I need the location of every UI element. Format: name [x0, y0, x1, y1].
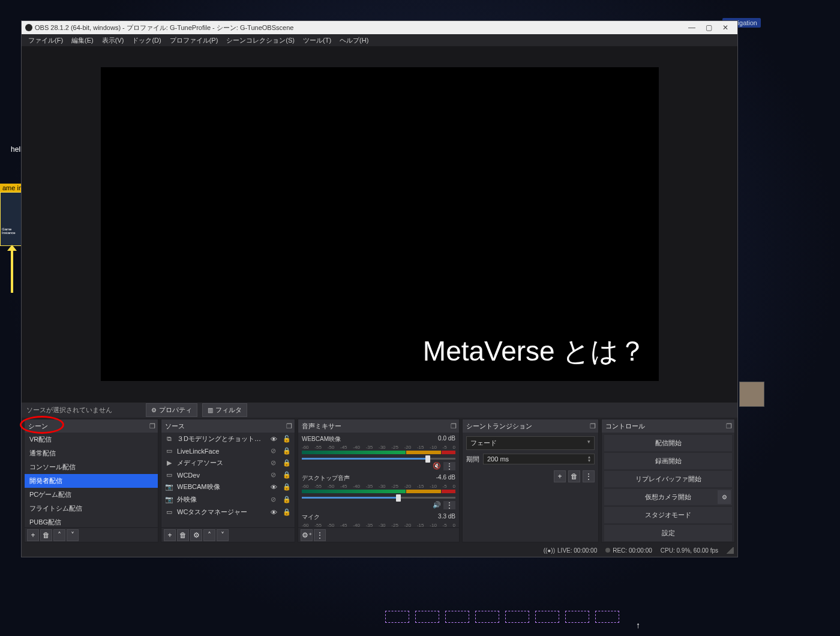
source-down-button[interactable]: ˅ — [217, 529, 229, 541]
mute-button[interactable]: 🔇 — [433, 462, 441, 470]
scene-item[interactable]: 開発者配信 — [25, 474, 158, 488]
controls-header[interactable]: コントロール ❐ — [602, 419, 734, 433]
filter-icon: ▥ — [208, 407, 213, 413]
popout-icon[interactable]: ❐ — [726, 422, 732, 430]
preview-canvas[interactable]: MetaVerse とは？ — [101, 67, 659, 381]
source-item[interactable]: ▭LiveLinckFace⊘🔒 — [161, 445, 295, 457]
control-button[interactable]: 録画開始 — [604, 453, 732, 469]
source-item[interactable]: 📷外映像⊘🔒 — [161, 493, 295, 506]
popout-icon[interactable]: ❐ — [149, 422, 155, 430]
scene-down-button[interactable]: ˅ — [67, 529, 79, 541]
add-transition-button[interactable]: + — [554, 470, 566, 482]
lock-toggle-icon[interactable]: 🔒 — [283, 447, 291, 455]
scene-item[interactable]: PCゲーム配信 — [25, 488, 158, 502]
mixer-footer: ⚙⁺ ⋮ — [298, 527, 459, 542]
titlebar[interactable]: OBS 28.1.2 (64-bit, windows) - プロファイル: G… — [22, 21, 737, 34]
source-type-icon: ⧉ — [165, 435, 173, 443]
source-item[interactable]: ▶メディアソース⊘🔒 — [161, 457, 295, 469]
control-label: 設定 — [662, 529, 675, 536]
source-item[interactable]: ⧉３Dモデリングとチョットだけゲームエンジ👁🔓 — [161, 433, 295, 445]
source-type-icon: ▭ — [165, 471, 173, 479]
control-button[interactable]: 配信開始 — [604, 435, 732, 451]
scene-item[interactable]: PUBG配信 — [25, 515, 158, 527]
source-item[interactable]: ▭WCタスクマネージャー👁🔒 — [161, 506, 295, 518]
mixer-slider[interactable] — [302, 455, 455, 461]
scene-item[interactable]: VR配信 — [25, 433, 158, 446]
maximize-button[interactable]: ▢ — [700, 23, 717, 32]
popout-icon[interactable]: ❐ — [590, 422, 596, 430]
scene-item[interactable]: コンソール配信 — [25, 460, 158, 474]
menu-item-7[interactable]: ヘルプ(H) — [335, 35, 373, 46]
source-settings-button[interactable]: ⚙ — [190, 529, 202, 541]
obs-window: OBS 28.1.2 (64-bit, windows) - プロファイル: G… — [21, 20, 738, 557]
remove-transition-button[interactable]: 🗑 — [568, 470, 580, 482]
menu-item-2[interactable]: 表示(V) — [98, 35, 128, 46]
scenes-header[interactable]: シーン ❐ — [25, 419, 158, 433]
mixer-menu-button[interactable]: ⋮ — [314, 529, 326, 541]
control-gear-button[interactable]: ⚙ — [718, 490, 731, 504]
desktop-up-arrow: ↑ — [636, 620, 640, 630]
desktop-arrow — [11, 250, 13, 293]
control-label: 録画開始 — [655, 457, 682, 464]
add-scene-button[interactable]: + — [27, 529, 39, 541]
visibility-toggle-icon[interactable]: 👁 — [271, 484, 279, 491]
scene-item[interactable]: 通常配信 — [25, 446, 158, 460]
lock-toggle-icon[interactable]: 🔒 — [283, 483, 291, 491]
mixer-channel-menu[interactable]: ⋮ — [443, 462, 455, 470]
source-item[interactable]: 📷WEBCAM映像👁🔒 — [161, 481, 295, 493]
lock-toggle-icon[interactable]: 🔒 — [283, 496, 291, 503]
lock-toggle-icon[interactable]: 🔒 — [283, 508, 291, 516]
source-toolbar: ソースが選択されていません ⚙プロパティ ▥フィルタ — [22, 402, 737, 418]
menu-item-4[interactable]: プロファイル(P) — [166, 35, 223, 46]
menu-item-6[interactable]: ツール(T) — [299, 35, 335, 46]
mixer-header[interactable]: 音声ミキサー ❐ — [298, 419, 459, 433]
lock-toggle-icon[interactable]: 🔓 — [283, 435, 291, 443]
mixer-meter — [302, 490, 455, 493]
menu-item-1[interactable]: 編集(E) — [67, 35, 98, 46]
docks-row: シーン ❐ VR配信通常配信コンソール配信開発者配信PCゲーム配信フライトシム配… — [22, 418, 737, 544]
control-button[interactable]: 設定 — [604, 525, 732, 541]
visibility-toggle-icon[interactable]: ⊘ — [271, 447, 279, 455]
preview-area[interactable]: MetaVerse とは？ — [22, 46, 737, 402]
duration-spinner[interactable]: 200 ms▴▾ — [483, 454, 595, 464]
transitions-header[interactable]: シーントランジション ❐ — [463, 419, 598, 433]
popout-icon[interactable]: ❐ — [286, 422, 292, 430]
scene-up-button[interactable]: ˄ — [53, 529, 65, 541]
popout-icon[interactable]: ❐ — [451, 422, 457, 430]
visibility-toggle-icon[interactable]: 👁 — [271, 436, 279, 443]
remove-scene-button[interactable]: 🗑 — [40, 529, 52, 541]
visibility-toggle-icon[interactable]: ⊘ — [271, 471, 279, 479]
mixer-settings-button[interactable]: ⚙⁺ — [301, 529, 313, 541]
properties-button[interactable]: ⚙プロパティ — [146, 403, 197, 417]
close-button[interactable]: ✕ — [717, 23, 734, 32]
visibility-toggle-icon[interactable]: ⊘ — [271, 459, 279, 467]
control-button[interactable]: リプレイバッファ開始 — [604, 471, 732, 487]
mixer-slider[interactable] — [302, 494, 455, 500]
visibility-toggle-icon[interactable]: ⊘ — [271, 496, 279, 503]
minimize-button[interactable]: — — [683, 23, 700, 32]
resize-grip-icon[interactable] — [727, 547, 734, 554]
visibility-toggle-icon[interactable]: 👁 — [271, 509, 279, 516]
source-up-button[interactable]: ˄ — [203, 529, 215, 541]
control-button[interactable]: スタジオモード — [604, 507, 732, 523]
duration-label: 期間 — [466, 455, 479, 464]
menu-item-3[interactable]: ドック(D) — [128, 35, 165, 46]
mute-button[interactable]: 🔊 — [433, 501, 441, 509]
scene-item[interactable]: フライトシム配信 — [25, 502, 158, 515]
mixer-channel-name: デスクトップ音声 — [302, 474, 350, 482]
spinner-arrows-icon[interactable]: ▴▾ — [588, 455, 590, 463]
remove-source-button[interactable]: 🗑 — [177, 529, 189, 541]
transition-select[interactable]: フェード▾ — [466, 436, 595, 450]
sources-header[interactable]: ソース ❐ — [161, 419, 295, 433]
filters-button[interactable]: ▥フィルタ — [202, 403, 247, 417]
control-button[interactable]: 仮想カメラ開始⚙ — [604, 489, 732, 505]
menu-item-0[interactable]: ファイル(F) — [24, 35, 67, 46]
source-item[interactable]: ▭WCDev⊘🔒 — [161, 469, 295, 481]
transition-menu-button[interactable]: ⋮ — [583, 470, 595, 482]
lock-toggle-icon[interactable]: 🔒 — [283, 471, 291, 479]
menu-item-5[interactable]: シーンコレクション(S) — [222, 35, 299, 46]
source-name: メディアソース — [177, 458, 267, 467]
lock-toggle-icon[interactable]: 🔒 — [283, 459, 291, 467]
mixer-channel-menu[interactable]: ⋮ — [443, 501, 455, 509]
add-source-button[interactable]: + — [164, 529, 176, 541]
